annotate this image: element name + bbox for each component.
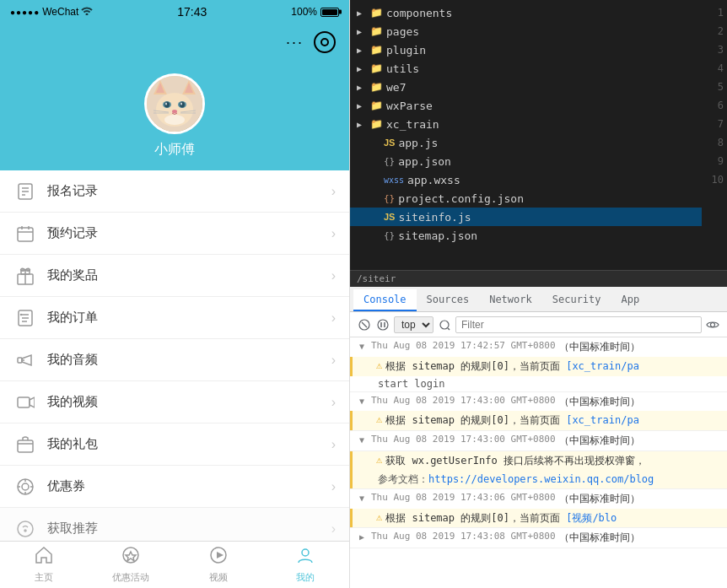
expand-arrow-utils: ▶ <box>357 64 370 73</box>
menu-item-video[interactable]: 我的视频 › <box>0 381 349 423</box>
profile-name: 小师傅 <box>154 141 195 159</box>
warn-icon-5: ⚠ <box>376 511 382 523</box>
menu-label-video: 我的视频 <box>47 394 331 410</box>
log-link-2[interactable]: [xc_train/pa <box>566 414 639 426</box>
filter-button[interactable] <box>437 317 452 332</box>
tree-label-utils: utils <box>386 62 419 75</box>
log-link-5[interactable]: [视频/blo <box>566 512 617 524</box>
console-toolbar: top <box>350 312 727 337</box>
menu-item-gifts[interactable]: 我的奖品 › <box>0 255 349 297</box>
tree-item-xc-train[interactable]: ▶ 📁 xc_train <box>350 115 702 133</box>
pause-button[interactable] <box>375 317 390 332</box>
expand-arrow-wxparse: ▶ <box>357 101 370 111</box>
tab-mine[interactable]: 我的 <box>262 542 350 588</box>
expand-arrow-plugin: ▶ <box>357 46 370 55</box>
tree-item-appjson[interactable]: {} app.json <box>350 152 702 170</box>
line-5: 5 <box>705 78 724 96</box>
menu-item-appointment[interactable]: 预约记录 › <box>0 213 349 255</box>
warn-icon-1: ⚠ <box>376 359 382 371</box>
folder-icon-we7: 📁 <box>370 81 383 93</box>
menu-item-audio[interactable]: 我的音频 › <box>0 339 349 381</box>
arrow-icon-registration: › <box>331 184 336 199</box>
line-1: 1 <box>705 3 724 22</box>
orders-icon <box>13 306 37 330</box>
log-group-6: ▶ Thu Aug 08 2019 17:43:08 GMT+0800 （中国标… <box>350 528 727 548</box>
arrow-icon-coupons: › <box>331 479 336 494</box>
file-tree: ▶ 📁 components ▶ 📁 pages ▶ 📁 plugin ▶ 📁 … <box>350 0 702 270</box>
tree-label-we7: we7 <box>386 81 406 94</box>
gift-icon <box>13 264 37 288</box>
nav-dots-icon[interactable]: ··· <box>286 34 304 51</box>
line-8: 8 <box>705 133 724 152</box>
nav-bar: ··· <box>0 24 349 61</box>
js-icon-appjs: JS <box>384 138 395 148</box>
log-warn-1[interactable]: ⚠ 根据 sitemap 的规则[0]，当前页面 [xc_train/pa <box>350 357 727 376</box>
log-header-1[interactable]: ▼ Thu Aug 08 2019 17:42:57 GMT+0800 （中国标… <box>350 337 727 357</box>
signal-dots: ●●●●● <box>10 8 40 17</box>
tree-item-components[interactable]: ▶ 📁 components <box>350 3 702 22</box>
eye-button[interactable] <box>705 317 720 332</box>
filter-input[interactable] <box>455 316 702 333</box>
log-warn-2[interactable]: ⚠ 根据 sitemap 的规则[0]，当前页面 [xc_train/pa <box>350 411 727 430</box>
log-warn-4[interactable]: ⚠ 获取 wx.getUserInfo 接口后续将不再出现授权弹窗， <box>350 451 727 471</box>
menu-item-more[interactable]: 获取推荐 › <box>0 508 349 541</box>
tab-activity[interactable]: 优惠活动 <box>88 542 175 588</box>
tree-item-projectjson[interactable]: {} project.config.json <box>350 189 702 208</box>
menu-label-audio: 我的音频 <box>47 352 331 368</box>
arrow-icon-more: › <box>331 521 336 537</box>
tree-item-we7[interactable]: ▶ 📁 we7 <box>350 78 702 96</box>
log-warn-5[interactable]: ⚠ 根据 sitemap 的规则[0]，当前页面 [视频/blo <box>350 509 727 528</box>
svg-point-40 <box>22 483 29 490</box>
video-tab-icon <box>209 546 228 569</box>
tab-console[interactable]: Console <box>353 289 417 311</box>
tree-item-appjs[interactable]: JS app.js <box>350 133 702 152</box>
scan-icon[interactable] <box>314 31 336 53</box>
json-icon-appjson: {} <box>384 156 395 167</box>
audio-icon <box>13 348 37 372</box>
log-group-4: ⚠ 获取 wx.getUserInfo 接口后续将不再出现授权弹窗， 参考文档：… <box>350 451 727 489</box>
menu-item-coupons[interactable]: 优惠券 › <box>0 466 349 508</box>
svg-point-10 <box>165 102 167 105</box>
svg-line-57 <box>448 328 450 330</box>
tab-bar: 主页 优惠活动 视频 我的 <box>0 541 349 588</box>
menu-item-packages[interactable]: 我的礼包 › <box>0 423 349 466</box>
tab-video[interactable]: 视频 <box>175 542 262 588</box>
mobile-simulator: ●●●●● WeChat 17:43 100% ··· <box>0 0 350 588</box>
log-header-5[interactable]: ▼ Thu Aug 08 2019 17:43:06 GMT+0800 （中国标… <box>350 489 727 509</box>
log-header-6[interactable]: ▶ Thu Aug 08 2019 17:43:08 GMT+0800 （中国标… <box>350 528 727 548</box>
tree-item-siteinfojs[interactable]: JS siteinfo.js <box>350 208 702 226</box>
log-header-3[interactable]: ▼ Thu Aug 08 2019 17:43:00 GMT+0800 （中国标… <box>350 431 727 450</box>
activity-icon <box>121 546 140 569</box>
tree-item-pages[interactable]: ▶ 📁 pages <box>350 22 702 40</box>
log-text-2: （中国标准时间） <box>559 395 640 409</box>
tree-item-appwxss[interactable]: wxss app.wxss <box>350 170 702 189</box>
mine-icon <box>296 546 315 569</box>
folder-icon-components: 📁 <box>370 7 383 19</box>
svg-rect-38 <box>18 440 33 452</box>
tree-item-wxparse[interactable]: ▶ 📁 wxParse <box>350 96 702 115</box>
tree-item-sitemapjson[interactable]: {} sitemap.json <box>350 226 702 245</box>
tab-activity-label: 优惠活动 <box>112 571 149 584</box>
tree-item-utils[interactable]: ▶ 📁 utils <box>350 59 702 78</box>
log-text-6: （中国标准时间） <box>559 531 640 545</box>
tab-home[interactable]: 主页 <box>0 542 88 588</box>
context-selector[interactable]: top <box>394 316 434 333</box>
clear-console-button[interactable] <box>357 317 372 332</box>
log-link-4[interactable]: https://developers.weixin.qq.com/blog <box>428 473 654 485</box>
menu-list: 报名记录 › 预约记录 › 我的奖品 › 我的订单 › <box>0 170 349 541</box>
menu-item-orders[interactable]: 我的订单 › <box>0 297 349 339</box>
tree-item-plugin[interactable]: ▶ 📁 plugin <box>350 40 702 59</box>
package-icon <box>13 433 37 456</box>
tab-network[interactable]: Network <box>479 289 542 311</box>
tab-sources[interactable]: Sources <box>417 289 480 311</box>
tree-label-siteinfojs: siteinfo.js <box>398 211 471 224</box>
log-link-1[interactable]: [xc_train/pa <box>566 360 639 372</box>
profile-header: 小师傅 <box>0 61 349 170</box>
menu-item-registration[interactable]: 报名记录 › <box>0 170 349 213</box>
tab-app[interactable]: App <box>611 289 650 311</box>
tab-security[interactable]: Security <box>542 289 611 311</box>
tree-label-appjson: app.json <box>398 155 451 168</box>
arrow-icon-packages: › <box>331 437 336 452</box>
log-header-2[interactable]: ▼ Thu Aug 08 2019 17:43:00 GMT+0800 （中国标… <box>350 392 727 412</box>
tree-label-appjs: app.js <box>398 137 438 149</box>
